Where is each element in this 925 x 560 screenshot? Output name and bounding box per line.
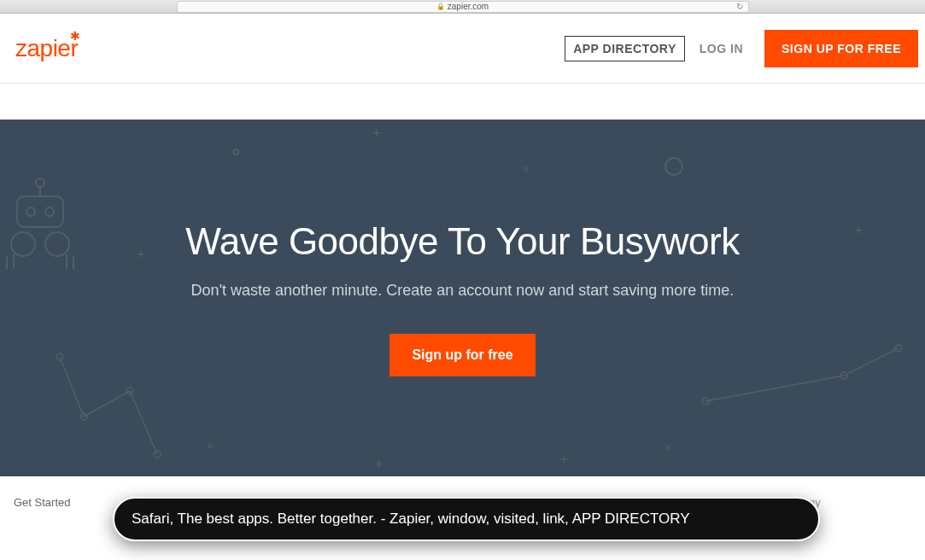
svg-point-4 [45, 207, 54, 216]
url-text: zapier.com [448, 2, 489, 11]
nav-app-directory[interactable]: APP DIRECTORY [565, 36, 685, 61]
robot-decoration-icon [2, 171, 79, 273]
graph-decoration-icon [53, 350, 164, 461]
svg-point-5 [11, 232, 35, 256]
graph-decoration-icon [699, 341, 921, 410]
browser-chrome: 🔒 zapier.com ↻ [0, 0, 925, 14]
svg-point-11 [56, 353, 63, 360]
nav-log-in[interactable]: LOG IN [692, 37, 751, 61]
url-bar[interactable]: 🔒 zapier.com ↻ [177, 1, 749, 13]
hero-sign-up-button[interactable]: Sign up for free [389, 334, 535, 376]
accessibility-tooltip-text: Safari, The best apps. Better together. … [132, 510, 690, 527]
svg-point-6 [45, 232, 69, 256]
svg-rect-2 [17, 196, 63, 227]
x-decoration-icon: × [207, 439, 214, 452]
hero-title: Wave Goodbye To Your Busywork [0, 120, 925, 263]
x-decoration-icon: × [523, 162, 530, 176]
circle-decoration-icon [232, 149, 239, 155]
circle-decoration-icon [664, 157, 683, 176]
plus-decoration-icon: + [374, 456, 383, 474]
svg-point-0 [36, 178, 44, 187]
lock-icon: 🔒 [436, 3, 445, 10]
accessibility-tooltip: Safari, The best apps. Better together. … [113, 497, 820, 541]
logo-asterisk-icon: ✱ [70, 30, 80, 42]
x-decoration-icon: × [664, 440, 671, 454]
plus-decoration-icon: + [854, 222, 864, 240]
nav-sign-up-button[interactable]: SIGN UP FOR FREE [764, 30, 918, 67]
logo-text: zapier [15, 35, 78, 61]
svg-point-3 [26, 207, 35, 216]
reload-icon[interactable]: ↻ [736, 2, 743, 11]
site-header: zapier ✱ APP DIRECTORY LOG IN SIGN UP FO… [0, 14, 925, 84]
plus-decoration-icon: + [559, 451, 569, 469]
plus-decoration-icon: + [137, 246, 146, 264]
hero-section: + × + + × + × + Wave Goodbye To Your Bus… [0, 120, 925, 476]
hero-subtitle: Don't waste another minute. Create an ac… [0, 282, 925, 300]
zapier-logo[interactable]: zapier ✱ [15, 37, 78, 61]
plus-decoration-icon: + [372, 125, 382, 143]
